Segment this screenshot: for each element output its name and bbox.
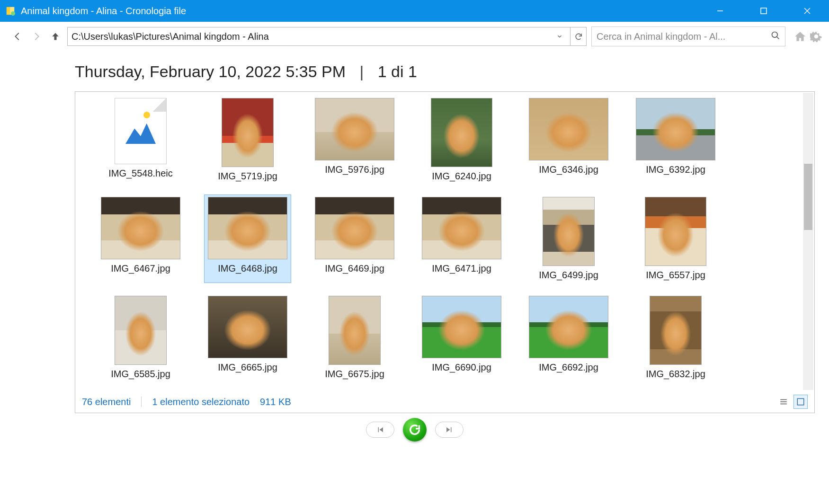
file-thumbnail [543, 197, 595, 266]
file-item[interactable]: IMG_6499.jpg [525, 195, 612, 283]
file-name: IMG_6675.jpg [325, 369, 384, 380]
file-item[interactable]: IMG_6665.jpg [204, 293, 291, 382]
file-thumbnail [645, 197, 706, 266]
file-item[interactable]: IMG_5976.jpg [311, 96, 398, 184]
address-dropdown-icon[interactable] [553, 31, 566, 42]
maximize-button[interactable] [742, 0, 785, 22]
status-bar: 76 elementi 1 elemento selezionato 911 K… [75, 391, 814, 413]
gear-icon[interactable] [809, 29, 823, 44]
next-version-button[interactable] [435, 422, 464, 438]
svg-rect-2 [761, 8, 767, 14]
file-name: IMG_6240.jpg [432, 171, 491, 182]
file-name: IMG_6665.jpg [218, 362, 277, 373]
address-text: C:\Users\lukas\Pictures\Animal kingdom -… [71, 31, 553, 42]
file-name: IMG_6469.jpg [325, 263, 384, 274]
restore-button[interactable] [403, 418, 427, 442]
file-grid: IMG_5548.heicIMG_5719.jpgIMG_5976.jpgIMG… [97, 96, 795, 382]
file-item[interactable]: IMG_6832.jpg [632, 293, 719, 382]
file-thumbnail [529, 296, 608, 358]
svg-point-0 [11, 11, 15, 16]
file-item[interactable]: IMG_6469.jpg [311, 195, 398, 283]
file-item[interactable]: IMG_6240.jpg [418, 96, 505, 184]
file-item[interactable]: IMG_6557.jpg [632, 195, 719, 283]
file-name: IMG_6585.jpg [111, 369, 170, 380]
file-name: IMG_5548.heic [108, 168, 173, 179]
file-name: IMG_6692.jpg [539, 362, 598, 373]
file-name: IMG_5976.jpg [325, 164, 384, 175]
file-name: IMG_6467.jpg [111, 263, 170, 274]
file-thumbnail [315, 98, 394, 160]
snapshot-heading: Thursday, February 10, 2022 5:35 PM | 1 … [0, 51, 829, 86]
scrollbar[interactable] [803, 93, 813, 390]
file-name: IMG_6471.jpg [432, 263, 491, 274]
refresh-button[interactable] [570, 27, 587, 46]
up-button[interactable] [48, 29, 62, 44]
file-thumbnail [329, 296, 381, 365]
file-thumbnail [431, 98, 492, 167]
file-item[interactable]: IMG_5719.jpg [204, 96, 291, 184]
window-title: Animal kingdom - Alina - Cronologia file [21, 6, 186, 17]
heading-separator: | [359, 62, 364, 80]
toolbar: C:\Users\lukas\Pictures\Animal kingdom -… [0, 22, 829, 51]
file-name: IMG_6392.jpg [646, 164, 705, 175]
file-item[interactable]: IMG_6690.jpg [418, 293, 505, 382]
file-name: IMG_6346.jpg [539, 164, 598, 175]
window-controls [698, 0, 829, 22]
file-thumbnail [115, 296, 167, 365]
file-thumbnail [101, 197, 180, 259]
file-item[interactable]: IMG_6467.jpg [97, 195, 184, 283]
file-item[interactable]: IMG_6392.jpg [632, 96, 719, 184]
file-item[interactable]: IMG_6692.jpg [525, 293, 612, 382]
back-button[interactable] [10, 29, 25, 44]
file-thumbnail [222, 98, 274, 167]
snapshot-position: 1 di 1 [378, 62, 417, 80]
file-panel: IMG_5548.heicIMG_5719.jpgIMG_5976.jpgIMG… [75, 91, 815, 413]
file-name: IMG_6468.jpg [218, 263, 277, 274]
close-button[interactable] [785, 0, 829, 22]
status-size: 911 KB [260, 397, 291, 407]
snapshot-timestamp: Thursday, February 10, 2022 5:35 PM [75, 62, 346, 80]
status-count: 76 elementi [82, 397, 131, 407]
file-item[interactable]: IMG_6468.jpg [204, 195, 291, 283]
titlebar: Animal kingdom - Alina - Cronologia file [0, 0, 829, 22]
file-item[interactable]: IMG_5548.heic [97, 96, 184, 184]
view-thumbnails-button[interactable] [793, 395, 808, 409]
status-selection: 1 elemento selezionato [152, 397, 250, 407]
minimize-button[interactable] [698, 0, 742, 22]
file-thumbnail [208, 197, 287, 259]
file-item[interactable]: IMG_6585.jpg [97, 293, 184, 382]
file-name: IMG_6557.jpg [646, 270, 705, 281]
file-thumbnail [636, 98, 715, 160]
file-name: IMG_5719.jpg [218, 171, 277, 182]
view-details-button[interactable] [776, 395, 791, 409]
search-input[interactable]: Cerca in Animal kingdom - Al... [591, 27, 785, 46]
previous-version-button[interactable] [366, 422, 394, 438]
file-item[interactable]: IMG_6346.jpg [525, 96, 612, 184]
svg-line-6 [777, 36, 779, 39]
search-icon [771, 31, 780, 43]
history-controls [0, 413, 829, 446]
file-thumbnail [315, 197, 394, 259]
file-thumbnail [422, 197, 501, 259]
file-name: IMG_6499.jpg [539, 270, 598, 281]
app-icon [5, 5, 16, 17]
file-item[interactable]: IMG_6471.jpg [418, 195, 505, 283]
file-name: IMG_6832.jpg [646, 369, 705, 380]
status-divider [141, 397, 142, 407]
file-thumbnail [650, 296, 702, 365]
address-bar[interactable]: C:\Users\lukas\Pictures\Animal kingdom -… [67, 27, 570, 46]
file-thumbnail [208, 296, 287, 358]
home-icon[interactable] [793, 29, 807, 44]
file-name: IMG_6690.jpg [432, 362, 491, 373]
forward-button[interactable] [29, 29, 44, 44]
svg-point-5 [772, 32, 778, 37]
file-thumbnail [115, 98, 167, 164]
file-item[interactable]: IMG_6675.jpg [311, 293, 398, 382]
svg-rect-10 [797, 398, 804, 405]
scroll-thumb[interactable] [804, 164, 812, 230]
file-thumbnail [422, 296, 501, 358]
search-placeholder: Cerca in Animal kingdom - Al... [597, 31, 766, 42]
file-thumbnail [529, 98, 608, 160]
